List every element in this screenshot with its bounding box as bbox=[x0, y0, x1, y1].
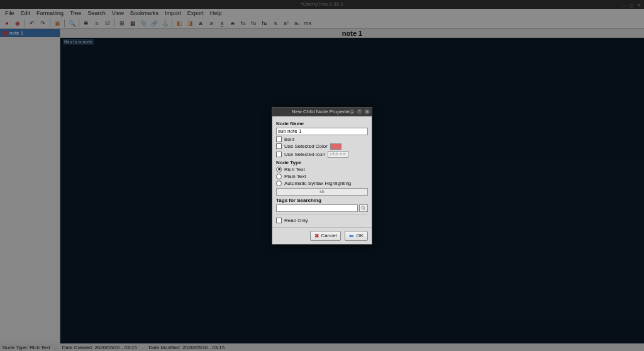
radio-auto-syntax[interactable] bbox=[276, 181, 282, 186]
tags-search-button[interactable] bbox=[359, 204, 368, 212]
new-child-node-dialog: New Child Node Properties ⌄ ⌃ ✕ Node Nam… bbox=[272, 107, 372, 245]
dialog-close-icon[interactable]: ✕ bbox=[364, 109, 370, 114]
dialog-minimize-icon[interactable]: ⌄ bbox=[349, 109, 355, 114]
use-color-checkbox[interactable] bbox=[276, 143, 282, 149]
svg-point-0 bbox=[362, 206, 365, 209]
dialog-title-text: New Child Node Properties bbox=[292, 109, 353, 114]
cancel-button-label: Cancel bbox=[321, 233, 337, 238]
read-only-checkbox[interactable] bbox=[276, 218, 282, 223]
cancel-icon: ✖ bbox=[314, 233, 319, 239]
bold-checkbox-label: Bold bbox=[284, 136, 294, 142]
radio-plain-text-label: Plain Text bbox=[284, 174, 306, 179]
dialog-button-row: ✖ Cancel ⬅ OK bbox=[272, 227, 372, 244]
node-type-label: Node Type bbox=[276, 160, 368, 165]
radio-plain-text[interactable] bbox=[276, 174, 282, 179]
modal-overlay: New Child Node Properties ⌄ ⌃ ✕ Node Nam… bbox=[0, 0, 644, 351]
dialog-titlebar[interactable]: New Child Node Properties ⌄ ⌃ ✕ bbox=[272, 108, 372, 116]
radio-auto-syntax-label: Automatic Syntax Highlighting bbox=[284, 181, 351, 186]
cancel-button[interactable]: ✖ Cancel bbox=[310, 231, 341, 241]
dialog-maximize-icon[interactable]: ⌃ bbox=[357, 109, 362, 114]
node-name-input[interactable] bbox=[276, 128, 368, 135]
syntax-dropdown-value: sh bbox=[319, 189, 324, 194]
bold-checkbox[interactable] bbox=[276, 136, 282, 142]
ok-icon: ⬅ bbox=[349, 233, 354, 239]
dialog-body: Node Name Bold Use Selected Color Use Se… bbox=[272, 116, 372, 227]
tags-label: Tags for Searching bbox=[276, 198, 368, 203]
use-icon-label: Use Selected Icon bbox=[284, 152, 325, 157]
syntax-dropdown[interactable]: sh bbox=[276, 188, 368, 196]
separator bbox=[276, 214, 368, 215]
use-icon-checkbox[interactable] bbox=[276, 152, 282, 157]
use-color-label: Use Selected Color bbox=[284, 143, 328, 149]
ok-button-label: OK bbox=[356, 233, 364, 238]
radio-rich-text[interactable] bbox=[276, 167, 282, 172]
icon-picker-button[interactable]: click me bbox=[328, 151, 348, 158]
ok-button[interactable]: ⬅ OK bbox=[345, 231, 368, 241]
read-only-label: Read Only bbox=[284, 218, 308, 223]
radio-rich-text-label: Rich Text bbox=[284, 167, 305, 172]
svg-line-1 bbox=[364, 209, 365, 210]
search-icon bbox=[361, 206, 366, 211]
node-name-label: Node Name bbox=[276, 121, 368, 126]
tags-input[interactable] bbox=[276, 204, 358, 212]
color-swatch[interactable] bbox=[330, 143, 341, 150]
